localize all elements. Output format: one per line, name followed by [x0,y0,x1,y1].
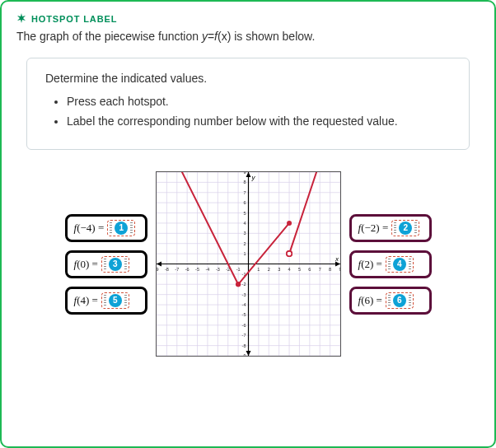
svg-text:1: 1 [257,267,260,272]
hotspot-f-4[interactable]: f(4) = 5 [65,287,147,315]
hotspot-label: f(−2) = [358,222,389,235]
svg-marker-43 [246,351,250,356]
prompt-suffix: is shown below. [234,30,315,43]
svg-text:2: 2 [243,241,246,246]
svg-text:-3: -3 [215,267,219,272]
svg-text:2: 2 [267,267,269,272]
svg-text:7: 7 [318,267,321,272]
exercise-card: HOTSPOT LABEL The graph of the piecewise… [0,0,496,448]
svg-text:-9: -9 [157,267,158,272]
answer-slot[interactable]: 3 [101,256,129,273]
svg-text:4: 4 [243,221,246,226]
math-eq: = [208,30,214,43]
answer-slot[interactable]: 6 [386,292,414,309]
function-graph[interactable]: -9-8-7-6-5-4-3-2-1123456789-9-8-7-6-5-4-… [156,171,341,357]
svg-text:-2: -2 [241,282,246,287]
svg-text:-7: -7 [175,267,179,272]
hotspot-badge: 2 [399,222,412,235]
hotspot-badge: 3 [109,258,122,271]
right-hotspot-column: f(−2) = 2 f(2) = 4 f(6) = 6 [349,214,432,315]
hotspot-f-minus4[interactable]: f(−4) = 1 [65,214,147,242]
svg-text:8: 8 [329,267,331,272]
hotspot-label: f(4) = [74,294,98,307]
svg-text:1: 1 [243,251,246,256]
left-hotspot-column: f(−4) = 1 f(0) = 3 f(4) = 5 [65,214,147,315]
svg-text:6: 6 [243,200,246,205]
instructions-box: Determine the indicated values. Press ea… [26,58,470,150]
svg-text:-5: -5 [241,312,246,317]
math-x: (x) [218,30,231,43]
hotspot-badge: 6 [393,294,406,307]
hotspot-f-0[interactable]: f(0) = 3 [65,250,147,278]
prompt-prefix: The graph of the piecewise function [16,30,202,43]
instruction-item: Press each hotspot. [67,95,451,108]
svg-text:6: 6 [308,267,311,272]
answer-slot[interactable]: 5 [101,292,129,309]
prompt-text: The graph of the piecewise function y=f(… [16,30,480,43]
svg-text:-6: -6 [185,267,189,272]
svg-text:5: 5 [297,267,300,272]
section-kicker: HOTSPOT LABEL [16,13,480,25]
instruction-item: Label the corresponding number below wit… [67,114,451,128]
work-area: f(−4) = 1 f(0) = 3 f(4) = 5 -9-8-7-6-5-4… [16,168,480,363]
svg-text:3: 3 [278,267,280,272]
hotspot-badge: 1 [115,222,128,235]
svg-point-85 [236,282,241,287]
instructions-list: Press each hotspot. Label the correspond… [45,95,451,128]
hotspot-badge: 5 [109,294,122,307]
svg-text:8: 8 [243,180,246,184]
hotspot-f-minus2[interactable]: f(−2) = 2 [349,214,432,242]
svg-text:-6: -6 [241,323,246,328]
instructions-title: Determine the indicated values. [45,72,451,85]
kicker-text: HOTSPOT LABEL [31,14,117,24]
answer-slot[interactable]: 2 [391,220,419,236]
svg-text:-4: -4 [205,267,209,272]
svg-text:-9: -9 [241,353,246,356]
svg-text:5: 5 [243,211,246,216]
answer-slot[interactable]: 1 [107,220,135,236]
svg-text:-3: -3 [241,292,246,297]
hotspot-label: f(−4) = [74,222,105,235]
svg-text:-8: -8 [164,267,168,272]
svg-text:4: 4 [288,267,290,272]
hotspot-label: f(2) = [358,258,382,271]
hotspot-label: f(0) = [74,258,98,271]
hotspot-f-2[interactable]: f(2) = 4 [349,250,432,278]
svg-text:y: y [250,174,255,181]
svg-text:3: 3 [243,231,246,236]
svg-point-84 [287,221,292,226]
hotspot-label: f(6) = [358,294,382,307]
svg-text:-5: -5 [195,267,199,272]
svg-text:-8: -8 [241,343,246,348]
svg-text:-1: -1 [236,267,240,272]
svg-text:7: 7 [243,190,246,195]
svg-point-87 [286,251,291,256]
hotspot-badge: 4 [393,258,406,271]
svg-marker-42 [246,172,250,177]
svg-text:-7: -7 [241,333,246,338]
svg-text:9: 9 [339,267,340,272]
svg-text:x: x [335,255,339,263]
hotspot-icon [16,13,26,25]
svg-text:9: 9 [243,172,246,175]
math-y: y [202,30,208,43]
prompt-math: y=f(x) [202,30,234,43]
answer-slot[interactable]: 4 [386,256,414,273]
svg-text:-4: -4 [241,302,246,307]
hotspot-f-6[interactable]: f(6) = 6 [349,287,432,315]
